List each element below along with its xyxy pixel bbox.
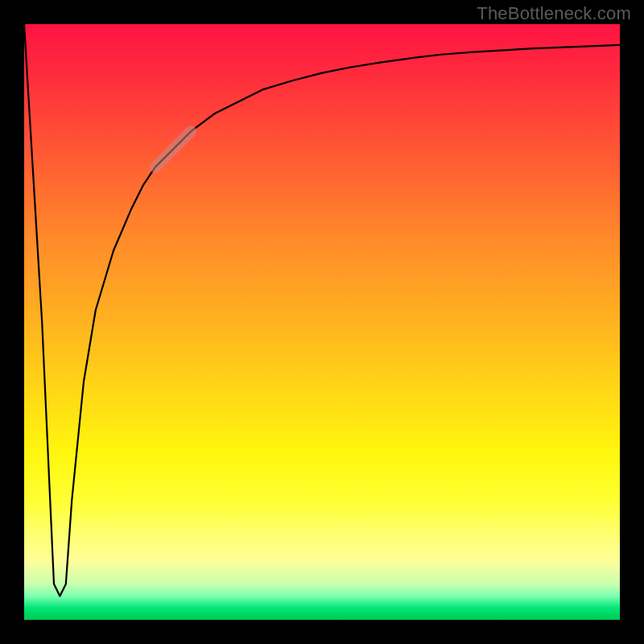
bottleneck-curve-path (24, 24, 620, 596)
curve-svg (24, 24, 620, 620)
plot-area (24, 24, 620, 620)
highlight-segment (155, 131, 191, 167)
watermark-text: TheBottleneck.com (477, 3, 631, 24)
chart-frame: TheBottleneck.com (0, 0, 644, 644)
